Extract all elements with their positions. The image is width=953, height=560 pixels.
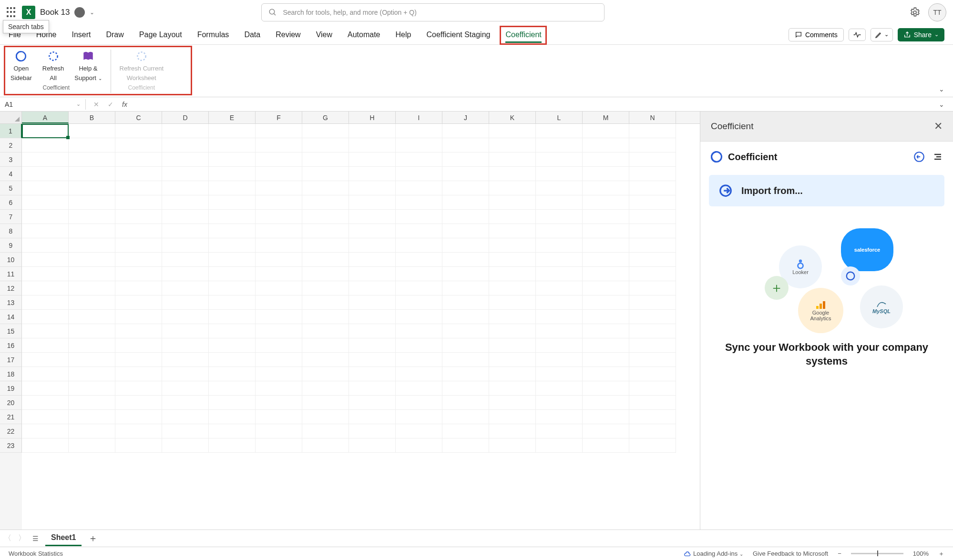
cell[interactable] <box>536 224 583 238</box>
cell[interactable] <box>442 295 489 310</box>
cell[interactable] <box>583 410 629 424</box>
cell[interactable] <box>442 167 489 181</box>
cell[interactable] <box>256 153 302 167</box>
add-sheet-icon[interactable]: ＋ <box>88 532 98 545</box>
cell[interactable] <box>302 253 349 267</box>
cell[interactable] <box>629 424 676 438</box>
cell[interactable] <box>629 338 676 353</box>
cell[interactable] <box>256 324 302 338</box>
cell[interactable] <box>256 267 302 281</box>
cell[interactable] <box>162 424 209 438</box>
cell[interactable] <box>256 138 302 153</box>
zoom-out-icon[interactable]: − <box>838 550 841 557</box>
cell[interactable] <box>22 295 69 310</box>
cell[interactable] <box>162 267 209 281</box>
title-menu-chevron-icon[interactable]: ⌄ <box>90 9 94 16</box>
cell[interactable] <box>115 438 162 453</box>
cell[interactable] <box>162 210 209 224</box>
cell[interactable] <box>22 367 69 381</box>
cell[interactable] <box>115 138 162 153</box>
cancel-formula-icon[interactable]: ✕ <box>93 101 99 108</box>
col-header-G[interactable]: G <box>302 112 349 123</box>
cell[interactable] <box>209 295 256 310</box>
zoom-slider[interactable] <box>851 553 903 554</box>
loading-addins-status[interactable]: Loading Add-ins ⌄ <box>684 550 743 557</box>
cell[interactable] <box>69 424 115 438</box>
col-header-H[interactable]: H <box>349 112 396 123</box>
cell[interactable] <box>442 195 489 210</box>
cell[interactable] <box>256 167 302 181</box>
cell[interactable] <box>162 310 209 324</box>
cell[interactable] <box>256 210 302 224</box>
enter-formula-icon[interactable]: ✓ <box>108 101 113 108</box>
cell[interactable] <box>536 410 583 424</box>
cell[interactable] <box>162 410 209 424</box>
cell[interactable] <box>302 153 349 167</box>
cell[interactable] <box>162 324 209 338</box>
cell[interactable] <box>115 424 162 438</box>
cell[interactable] <box>489 410 536 424</box>
cell[interactable] <box>256 338 302 353</box>
cell[interactable] <box>629 353 676 367</box>
menu-icon[interactable] <box>932 151 943 163</box>
cell[interactable] <box>489 138 536 153</box>
cell[interactable] <box>396 281 442 295</box>
cell[interactable] <box>583 238 629 253</box>
cell[interactable] <box>115 396 162 410</box>
cell[interactable] <box>349 281 396 295</box>
cell[interactable] <box>536 338 583 353</box>
cell[interactable] <box>489 267 536 281</box>
cell[interactable] <box>442 410 489 424</box>
cell[interactable] <box>69 381 115 396</box>
comments-button[interactable]: Comments <box>789 28 844 41</box>
row-header-16[interactable]: 16 <box>0 338 22 353</box>
row-header-18[interactable]: 18 <box>0 367 22 381</box>
cell[interactable] <box>536 210 583 224</box>
cell[interactable] <box>536 396 583 410</box>
cell[interactable] <box>162 167 209 181</box>
cell[interactable] <box>396 253 442 267</box>
col-header-N[interactable]: N <box>629 112 676 123</box>
cell[interactable] <box>396 381 442 396</box>
tab-insert[interactable]: Insert <box>72 28 91 42</box>
cell[interactable] <box>162 353 209 367</box>
row-header-12[interactable]: 12 <box>0 281 22 295</box>
cell[interactable] <box>489 353 536 367</box>
cell[interactable] <box>349 310 396 324</box>
cell[interactable] <box>349 224 396 238</box>
cell[interactable] <box>209 167 256 181</box>
row-header-20[interactable]: 20 <box>0 396 22 410</box>
cell[interactable] <box>209 424 256 438</box>
cell[interactable] <box>209 238 256 253</box>
cell[interactable] <box>302 181 349 195</box>
row-header-9[interactable]: 9 <box>0 238 22 253</box>
cell[interactable] <box>256 124 302 138</box>
cell[interactable] <box>396 367 442 381</box>
cell[interactable] <box>256 238 302 253</box>
cell[interactable] <box>69 338 115 353</box>
cell[interactable] <box>162 367 209 381</box>
autosave-status-icon[interactable] <box>74 7 85 18</box>
cell[interactable] <box>256 195 302 210</box>
cell[interactable] <box>209 396 256 410</box>
cell[interactable] <box>349 424 396 438</box>
cell[interactable] <box>256 295 302 310</box>
col-header-C[interactable]: C <box>115 112 162 123</box>
cell[interactable] <box>442 267 489 281</box>
cell[interactable] <box>536 181 583 195</box>
cell[interactable] <box>115 324 162 338</box>
cell[interactable] <box>115 295 162 310</box>
cell[interactable] <box>349 381 396 396</box>
cell[interactable] <box>583 181 629 195</box>
row-header-23[interactable]: 23 <box>0 438 22 453</box>
cell[interactable] <box>629 310 676 324</box>
cell[interactable] <box>396 438 442 453</box>
cell[interactable] <box>162 224 209 238</box>
cell[interactable] <box>442 310 489 324</box>
cell[interactable] <box>442 138 489 153</box>
user-avatar[interactable]: TT <box>928 3 946 21</box>
cell[interactable] <box>583 153 629 167</box>
cell[interactable] <box>489 124 536 138</box>
cell[interactable] <box>489 396 536 410</box>
chat-icon[interactable] <box>913 151 925 163</box>
